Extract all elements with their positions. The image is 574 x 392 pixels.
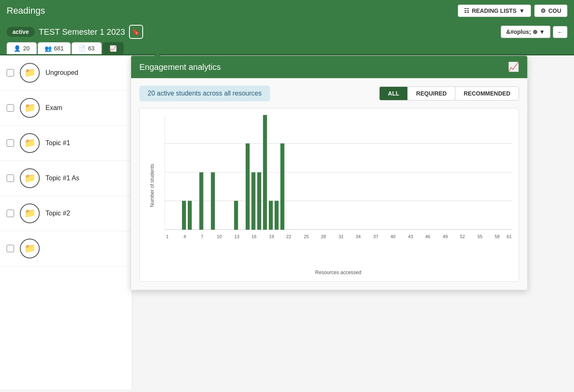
analytics-header: Engagement analytics 📈 <box>131 56 527 78</box>
svg-rect-19 <box>263 115 267 230</box>
top-bar: Readings ☷ READING LISTS ▼ ⚙ COU <box>0 0 574 22</box>
svg-text:31: 31 <box>339 234 344 239</box>
list-item-label: Exam <box>45 104 62 112</box>
active-badge: active <box>7 27 35 37</box>
folder-icon: 📁 <box>20 98 40 118</box>
header-right-actions: &#oplus; ⊕ ▼ ← <box>501 26 567 38</box>
list-item: 📁 Topic #1 As <box>0 161 132 196</box>
chevron-down-icon: ▼ <box>539 29 545 35</box>
svg-text:43: 43 <box>408 234 413 239</box>
bookmark-button[interactable]: 🔖 <box>129 25 143 39</box>
filter-tabs: ALL REQUIRED RECOMMENDED <box>379 86 519 100</box>
svg-rect-18 <box>257 172 261 230</box>
chevron-down-icon: ▼ <box>519 7 525 14</box>
semester-title: TEST Semester 1 2023 <box>39 27 125 37</box>
chart-y-label: Number of students <box>149 182 155 207</box>
chart-container: Number of students 0 1 <box>139 108 519 282</box>
list-item-checkbox[interactable] <box>7 174 14 182</box>
list-item-label: Topic #1 As <box>45 174 79 182</box>
list-item-checkbox[interactable] <box>7 210 14 217</box>
back-button[interactable]: ← <box>553 26 567 38</box>
svg-text:52: 52 <box>460 234 465 239</box>
list-item: 📁 <box>0 231 132 266</box>
list-item-checkbox[interactable] <box>7 139 14 147</box>
svg-text:34: 34 <box>356 234 361 239</box>
svg-text:16: 16 <box>251 234 256 239</box>
stat-tab-enrolled[interactable]: 👥 681 <box>38 42 71 54</box>
analytics-icon: 📈 <box>110 45 117 52</box>
stat-tab-students[interactable]: 👤 20 <box>7 42 37 54</box>
analytics-panel-title: Engagement analytics <box>139 62 221 72</box>
svg-rect-14 <box>211 172 215 230</box>
svg-rect-16 <box>246 143 250 230</box>
list-item-label: Ungrouped <box>45 69 78 76</box>
stat-tab-resources[interactable]: 📄 63 <box>72 42 102 54</box>
list-panel: 📁 Ungrouped 📁 Exam 📁 Topic #1 📁 Topic #1… <box>0 55 132 390</box>
svg-rect-22 <box>280 143 285 230</box>
list-item: 📁 Topic #1 <box>0 126 132 161</box>
analytics-top-row: 20 active students across all resources … <box>139 86 519 101</box>
filter-tab-recommended[interactable]: RECOMMENDED <box>455 87 519 100</box>
svg-text:4: 4 <box>184 234 186 239</box>
sub-header-row2: 👤 20 👥 681 📄 63 📈 <box>7 42 567 54</box>
list-item: 📁 Topic #2 <box>0 196 132 231</box>
add-button[interactable]: &#oplus; ⊕ ▼ <box>501 26 550 38</box>
svg-rect-17 <box>251 172 256 230</box>
list-item-checkbox[interactable] <box>7 69 14 76</box>
folder-icon: 📁 <box>20 133 40 153</box>
svg-rect-20 <box>269 201 273 230</box>
list-item-checkbox[interactable] <box>7 104 14 112</box>
svg-text:46: 46 <box>425 234 430 239</box>
svg-rect-21 <box>275 201 279 230</box>
plus-circle-icon: &#oplus; ⊕ <box>506 29 538 35</box>
analytics-body: 20 active students across all resources … <box>131 78 527 290</box>
course-button[interactable]: ⚙ COU <box>534 5 567 17</box>
reading-lists-button[interactable]: ☷ READING LISTS ▼ <box>458 5 531 17</box>
reading-lists-icon: ☷ <box>464 7 469 14</box>
svg-text:22: 22 <box>286 234 291 239</box>
svg-text:7: 7 <box>201 234 203 239</box>
gear-icon: ⚙ <box>541 7 546 14</box>
folder-icon: 📁 <box>20 239 40 258</box>
chart-svg: 0 1 2 3 4 <box>165 115 512 268</box>
filter-tab-all[interactable]: ALL <box>380 87 408 100</box>
folder-icon: 📁 <box>20 63 40 83</box>
folder-icon: 📁 <box>20 203 40 223</box>
svg-text:55: 55 <box>478 234 483 239</box>
svg-text:37: 37 <box>373 234 378 239</box>
active-students-badge: 20 active students across all resources <box>139 86 270 101</box>
list-item-label: Topic #1 <box>45 139 70 147</box>
svg-text:1: 1 <box>166 234 169 239</box>
svg-text:49: 49 <box>443 234 448 239</box>
folder-icon: 📁 <box>20 168 40 188</box>
document-icon: 📄 <box>79 45 86 52</box>
analytics-panel: Engagement analytics 📈 20 active student… <box>131 55 528 290</box>
chart-inner: 0 1 2 3 4 <box>165 115 512 268</box>
svg-text:40: 40 <box>390 234 395 239</box>
svg-text:28: 28 <box>321 234 326 239</box>
analytics-chart-icon: 📈 <box>508 62 519 72</box>
svg-text:58: 58 <box>495 234 500 239</box>
chart-x-label: Resources accessed <box>165 270 512 275</box>
list-item-label: Topic #2 <box>45 210 70 217</box>
svg-rect-13 <box>199 172 203 230</box>
list-item: 📁 Ungrouped <box>0 55 132 91</box>
svg-text:25: 25 <box>304 234 309 239</box>
person-import-icon: 👥 <box>45 45 52 52</box>
sub-header-row1: active TEST Semester 1 2023 🔖 &#oplus; ⊕… <box>7 25 567 39</box>
svg-rect-11 <box>182 201 186 230</box>
filter-tab-required[interactable]: REQUIRED <box>408 87 455 100</box>
sub-header: active TEST Semester 1 2023 🔖 &#oplus; ⊕… <box>0 22 574 55</box>
list-item: 📁 Exam <box>0 91 132 126</box>
svg-text:10: 10 <box>217 234 222 239</box>
svg-rect-15 <box>234 201 238 230</box>
svg-text:61: 61 <box>507 234 512 239</box>
svg-text:13: 13 <box>234 234 239 239</box>
svg-text:19: 19 <box>269 234 274 239</box>
person-icon: 👤 <box>14 45 21 52</box>
app-title: Readings <box>7 5 45 16</box>
stat-tab-analytics[interactable]: 📈 <box>103 42 124 54</box>
list-item-checkbox[interactable] <box>7 245 14 252</box>
svg-rect-12 <box>188 201 192 230</box>
top-bar-right: ☷ READING LISTS ▼ ⚙ COU <box>458 5 567 17</box>
